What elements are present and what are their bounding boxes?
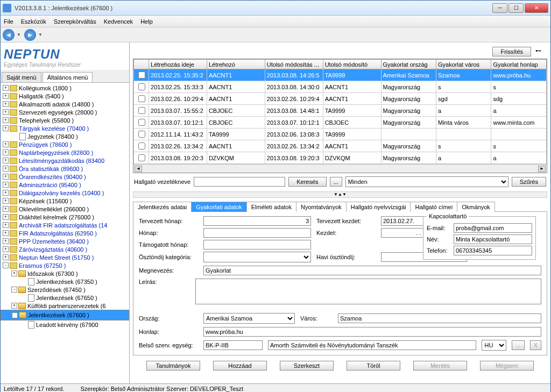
tree-item[interactable]: +Oklevélmelléklet (266000 ) xyxy=(1,205,129,213)
tree-item[interactable]: +Létesítménygazdálkodás (83400 xyxy=(1,156,129,165)
tree-item[interactable]: +Alkalmazotti adatok (14800 ) xyxy=(1,100,129,108)
studies-button[interactable]: Tanulmányok xyxy=(146,361,200,370)
row-checkbox[interactable] xyxy=(138,107,145,114)
org-clear-button[interactable]: X xyxy=(530,340,541,350)
table-row[interactable]: 2013.03.07. 15:55:2CBJOEC2013.03.08. 14:… xyxy=(134,105,547,117)
tree-item[interactable]: -Szerződések (67450 ) xyxy=(1,286,129,294)
minimize-button[interactable]: ─ xyxy=(492,3,507,13)
tree-item[interactable]: Leadott kérvény (67900 xyxy=(1,320,129,329)
forward-dropdown-icon[interactable]: ▼ xyxy=(38,32,44,37)
back-dropdown-icon[interactable]: ▼ xyxy=(17,32,22,37)
scroll-right-icon[interactable]: ► xyxy=(538,166,546,172)
tree-item[interactable]: -Erasmus (67250 ) xyxy=(1,261,129,269)
scholarship-cat-select[interactable] xyxy=(203,252,311,262)
nav-tree[interactable]: +Kollégiumok (1800 )+Hallgatók (5400 )+A… xyxy=(1,83,129,383)
close-button[interactable]: ✕ xyxy=(525,3,548,13)
planned-month-field[interactable] xyxy=(203,216,311,226)
email-field[interactable] xyxy=(454,223,532,233)
org-unit-code-field[interactable] xyxy=(203,340,263,350)
tab-app-data[interactable]: Jelentkezés adatai xyxy=(133,202,192,212)
tree-item[interactable]: +Időszakok (67300 ) xyxy=(1,269,129,277)
row-checkbox[interactable] xyxy=(138,72,145,79)
tab-own-menu[interactable]: Saját menü xyxy=(2,72,41,82)
country-select[interactable]: Amerikai Szamoa xyxy=(203,313,295,324)
city-field[interactable] xyxy=(338,313,541,323)
tree-item[interactable]: +Kollégiumok (1800 ) xyxy=(1,84,129,92)
tree-item[interactable]: +Hallgatók (5400 ) xyxy=(1,92,129,100)
tab-practice-data[interactable]: Gyakorlati adatok xyxy=(191,202,247,212)
org-unit-name-field[interactable] xyxy=(268,340,476,350)
grid-header[interactable]: Gyakorlat város xyxy=(436,60,491,69)
tree-item[interactable]: +Neptun Meet Street (51750 ) xyxy=(1,253,129,261)
tree-item[interactable]: +Szervezeti egységek (28000 ) xyxy=(1,108,129,116)
tab-lang-exams[interactable]: Hallgató nyelvvizsgái xyxy=(346,202,411,212)
tree-item[interactable]: +Diákigazolvány kezelés (10400 ) xyxy=(1,189,129,197)
grid-header[interactable] xyxy=(134,60,149,69)
tree-item[interactable]: -Jelentkezések (67600 ) xyxy=(1,310,129,320)
menu-file[interactable]: File xyxy=(4,18,13,25)
phone-field[interactable] xyxy=(454,246,532,255)
tree-item[interactable]: +Órarendkészítés (90400 ) xyxy=(1,173,129,181)
grid-header[interactable]: Létrehozó xyxy=(207,60,265,69)
tree-item[interactable]: Jelentkezések (67350 ) xyxy=(1,277,129,286)
tree-item[interactable]: +Naptárbejegyzések (82800 ) xyxy=(1,148,129,156)
row-checkbox[interactable] xyxy=(138,142,145,149)
row-checkbox[interactable] xyxy=(138,95,145,102)
table-row[interactable]: 2013.03.07. 10:12:1CBJOEC2013.03.07. 10:… xyxy=(134,117,547,129)
search-scope-select[interactable]: Minden xyxy=(345,176,508,187)
menu-help[interactable]: Help xyxy=(140,18,153,25)
menu-favorites[interactable]: Kedvencek xyxy=(104,18,133,25)
search-input[interactable] xyxy=(194,177,285,187)
row-checkbox[interactable] xyxy=(138,154,145,161)
org-browse-button[interactable]: ... xyxy=(512,340,524,350)
homepage-field[interactable] xyxy=(203,327,541,337)
nav-forward-button[interactable]: ► xyxy=(24,29,36,41)
edit-button[interactable]: Szerkeszt xyxy=(280,361,334,370)
grid-hscroll[interactable]: ◄► xyxy=(133,164,547,173)
tree-item[interactable]: +Záróvizsgáztatás (40600 ) xyxy=(1,245,129,253)
tree-item[interactable]: +Képzések (115600 ) xyxy=(1,197,129,205)
title-field[interactable] xyxy=(203,266,541,275)
name-field[interactable] xyxy=(454,234,532,244)
grid-header[interactable]: Utolsó módosítás ... xyxy=(265,60,323,69)
delete-button[interactable]: Töröl xyxy=(347,361,400,370)
table-row[interactable]: 2013.02.25. 15:33:3AACNT12013.03.08. 14:… xyxy=(134,81,547,93)
menu-role[interactable]: Szerepkörváltás xyxy=(54,18,96,25)
grid-header[interactable]: Gyakorlat honlap xyxy=(491,60,547,69)
grid-header[interactable]: Létrehozás ideje xyxy=(149,60,207,69)
maximize-button[interactable]: ☐ xyxy=(508,3,524,13)
tree-item[interactable]: +Archivált FIR adatszolgáltatás (14 xyxy=(1,221,129,229)
description-textarea[interactable] xyxy=(195,279,542,304)
row-checkbox[interactable] xyxy=(138,83,145,90)
table-row[interactable]: 2013.02.25. 15:35:2AACNT12013.03.08. 14:… xyxy=(134,69,547,81)
search-more-button[interactable]: ... xyxy=(330,177,342,187)
search-button[interactable]: Keresés xyxy=(288,177,326,187)
tree-item[interactable]: +PPP Üzemeltetés (36400 ) xyxy=(1,237,129,245)
tree-item[interactable]: +Telephelyek (55800 ) xyxy=(1,116,129,124)
tree-item[interactable]: +Adminisztráció (95400 ) xyxy=(1,181,129,189)
tree-item[interactable]: +Külföldi partnerszervezetek (6 xyxy=(1,302,129,310)
tree-item[interactable]: +FIR Adatszolgáltatás (62950 ) xyxy=(1,229,129,237)
tab-addresses[interactable]: Hallgató címei xyxy=(410,202,457,212)
tab-prints[interactable]: Nyomtatványok xyxy=(296,202,347,212)
filter-button[interactable]: Szűrés xyxy=(512,177,546,187)
grid-header[interactable]: Gyakorlat ország xyxy=(381,60,436,69)
menu-tools[interactable]: Eszközök xyxy=(21,18,46,25)
cancel-button[interactable]: Mégsem xyxy=(480,361,534,370)
table-row[interactable]: 2013.03.08. 19:20:3DZVKQM2013.03.08. 19:… xyxy=(134,152,547,164)
table-row[interactable]: 2013.02.26. 10:29:4AACNT12013.02.26. 10:… xyxy=(134,93,547,105)
tab-theory-data[interactable]: Elméleti adatok xyxy=(246,202,296,212)
table-row[interactable]: 2012.11.14. 11:43:2TA99992013.02.06. 13:… xyxy=(134,129,547,140)
supported-month-field[interactable] xyxy=(203,240,311,250)
tree-item[interactable]: Jegyzetek (78400 ) xyxy=(1,132,129,140)
tree-item[interactable]: +Pénzügyek (78600 ) xyxy=(1,140,129,148)
tree-item[interactable]: +Diákhitel kérelmek (276000 ) xyxy=(1,213,129,221)
tab-documents[interactable]: Okmányok xyxy=(457,202,495,212)
tab-general-menu[interactable]: Általános menü xyxy=(43,72,93,82)
collapse-bar[interactable]: ▼▲▼ xyxy=(133,191,547,198)
table-row[interactable]: 2013.02.26. 13:34:2AACNT12013.02.26. 13:… xyxy=(134,140,547,152)
pin-icon[interactable]: ⊷ xyxy=(535,47,544,56)
nav-back-button[interactable]: ◄ xyxy=(3,29,15,41)
add-button[interactable]: Hozzáad xyxy=(213,361,267,370)
month-field[interactable] xyxy=(203,228,311,238)
